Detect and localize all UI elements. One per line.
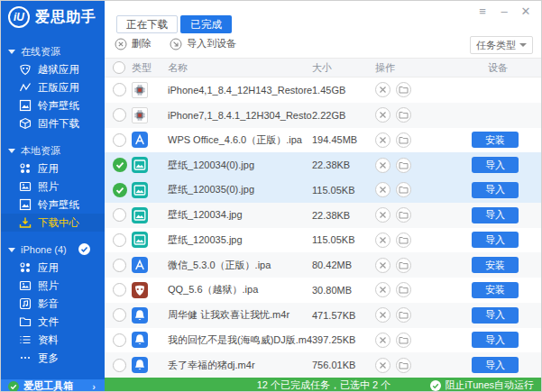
- sidebar-section-header-local-resources[interactable]: 本地资源: [1, 141, 105, 160]
- table-row: 壁纸_120034(0).jpg22.38KB导入: [105, 152, 542, 178]
- row-checkbox[interactable]: [113, 83, 126, 96]
- delete-task-button[interactable]: [375, 158, 390, 173]
- sidebar-section-title: iPhone (4): [21, 244, 67, 255]
- install-button[interactable]: 安装: [472, 282, 519, 298]
- header-actions: 操作: [375, 61, 447, 75]
- row-checkbox[interactable]: [113, 133, 126, 147]
- row-checkbox-checked-icon[interactable]: [113, 158, 127, 172]
- sidebar-item-iphone-data[interactable]: 资料: [1, 331, 105, 349]
- sidebar-item-iphone-more[interactable]: 更多: [1, 349, 105, 367]
- import-button[interactable]: 导入: [472, 157, 519, 173]
- sidebar-item-jailbreak-apps[interactable]: 越狱应用: [1, 60, 105, 78]
- row-checkbox[interactable]: [113, 359, 126, 372]
- sidebar-item-iphone-files[interactable]: 文件: [1, 313, 105, 331]
- sidebar-item-iphone-apps[interactable]: 应用: [1, 259, 105, 277]
- import-button[interactable]: 导入: [472, 307, 519, 324]
- sidebar-item-toolbox[interactable]: 爱思工具箱 ›: [1, 379, 105, 392]
- row-checkbox[interactable]: [113, 308, 126, 322]
- row-checkbox[interactable]: [113, 259, 126, 272]
- import-button[interactable]: 导入: [472, 232, 519, 248]
- toolbox-check-icon: [8, 381, 19, 392]
- install-button[interactable]: 安装: [472, 257, 519, 273]
- open-folder-button[interactable]: [396, 358, 411, 373]
- sidebar-item-firmware-download[interactable]: 固件下载: [1, 114, 105, 132]
- sidebar-item-genuine-apps[interactable]: 正版应用: [1, 78, 105, 96]
- sidebar-item-iphone-photos[interactable]: 照片: [1, 277, 105, 295]
- row-checkbox[interactable]: [113, 283, 126, 296]
- firmware-file-icon: [132, 82, 148, 98]
- minimize-icon[interactable]: –: [498, 5, 510, 17]
- data-icon: [19, 333, 32, 346]
- menu-icon[interactable]: ≡: [476, 5, 489, 17]
- open-folder-button[interactable]: [396, 282, 411, 297]
- delete-task-button[interactable]: [375, 232, 390, 248]
- delete-button[interactable]: 删除: [115, 37, 152, 50]
- row-checkbox[interactable]: [113, 333, 126, 347]
- open-folder-button[interactable]: [396, 158, 411, 173]
- open-folder-button[interactable]: [396, 207, 411, 223]
- import-button[interactable]: 导入: [472, 332, 519, 348]
- sidebar-item-local-apps[interactable]: 应用: [1, 160, 105, 178]
- open-folder-button[interactable]: [396, 258, 411, 273]
- sidebar-section-iphone-device: iPhone (4)应用照片影音文件资料更多: [1, 241, 105, 367]
- sidebar-item-local-photos[interactable]: 照片: [1, 178, 105, 196]
- sidebar-item-local-ringtone-wallpaper[interactable]: 铃声壁纸: [1, 196, 105, 214]
- open-folder-button[interactable]: [396, 232, 411, 248]
- sidebar-section-header-online-resources[interactable]: 在线资源: [1, 42, 105, 60]
- delete-task-button[interactable]: [375, 182, 390, 197]
- delete-task-button[interactable]: [375, 107, 390, 123]
- import-button[interactable]: 导入: [472, 357, 519, 373]
- ringtone-file-icon: [132, 357, 148, 373]
- file-size: 194.45MB: [312, 134, 375, 145]
- sidebar: iU 爱思助手 在线资源越狱应用正版应用铃声壁纸固件下载本地资源应用照片铃声壁纸…: [1, 1, 105, 379]
- open-folder-button[interactable]: [396, 107, 411, 123]
- file-name: 我的回忆不是我(海鸣威)DJ版.m4r: [168, 333, 312, 347]
- import-to-device-button[interactable]: 导入到设备: [170, 37, 236, 50]
- file-name: 壁纸_120034(0).jpg: [168, 159, 312, 172]
- sidebar-item-label: 照片: [38, 279, 59, 293]
- row-checkbox[interactable]: [113, 233, 126, 247]
- open-folder-button[interactable]: [396, 307, 411, 323]
- open-folder-button[interactable]: [396, 132, 411, 148]
- delete-task-button[interactable]: [375, 132, 390, 148]
- open-folder-button[interactable]: [396, 182, 411, 197]
- import-button[interactable]: 导入: [472, 207, 519, 223]
- close-icon[interactable]: ✕: [519, 5, 532, 17]
- select-all-checkbox[interactable]: [113, 61, 125, 74]
- delete-task-button[interactable]: [375, 258, 390, 273]
- table-row: 我的回忆不是我(海鸣威)DJ版.m4r397.25KB导入: [105, 328, 542, 353]
- row-checkbox[interactable]: [113, 208, 126, 222]
- photos-icon: [19, 279, 32, 292]
- apps-icon: [19, 162, 32, 175]
- delete-task-button[interactable]: [375, 82, 390, 97]
- file-name: 壁纸_120034.jpg: [168, 208, 312, 222]
- file-size: 471.57KB: [312, 310, 375, 321]
- delete-task-button[interactable]: [375, 358, 390, 373]
- delete-task-button[interactable]: [375, 307, 390, 323]
- status-summary: 12 个已完成任务，已选中 2 个: [257, 378, 391, 392]
- import-button[interactable]: 导入: [472, 182, 519, 198]
- sidebar-item-label: 资料: [38, 333, 59, 347]
- sidebar-item-download-center[interactable]: 下载中心: [1, 214, 105, 232]
- table-row: iPhone4,1_8.4_12H143_Restore.ipsw1.45GB: [105, 77, 542, 103]
- file-size: 756.01KB: [312, 360, 375, 370]
- genuine-apps-icon: [19, 81, 32, 94]
- row-checkbox-checked-icon[interactable]: [113, 183, 127, 197]
- delete-task-button[interactable]: [375, 282, 390, 297]
- app-logo-icon: iU: [8, 6, 30, 28]
- sidebar-item-iphone-media[interactable]: 影音: [1, 295, 105, 313]
- file-size: 115.05KB: [312, 185, 375, 196]
- install-button[interactable]: 安装: [472, 132, 519, 148]
- tab-downloading[interactable]: 正在下载: [116, 15, 178, 33]
- open-folder-button[interactable]: [396, 82, 411, 97]
- task-type-dropdown[interactable]: 任务类型: [470, 36, 533, 54]
- block-itunes-toggle[interactable]: 阻止iTunes自动运行: [430, 378, 534, 392]
- sidebar-item-ringtone-wallpaper[interactable]: 铃声壁纸: [1, 96, 105, 114]
- open-folder-button[interactable]: [396, 333, 411, 348]
- tab-completed[interactable]: 已完成: [180, 15, 232, 33]
- sidebar-item-label: 影音: [38, 297, 59, 311]
- row-checkbox[interactable]: [113, 108, 126, 122]
- delete-task-button[interactable]: [375, 207, 390, 223]
- delete-task-button[interactable]: [375, 333, 390, 348]
- sidebar-section-header-iphone-device[interactable]: iPhone (4): [1, 241, 105, 259]
